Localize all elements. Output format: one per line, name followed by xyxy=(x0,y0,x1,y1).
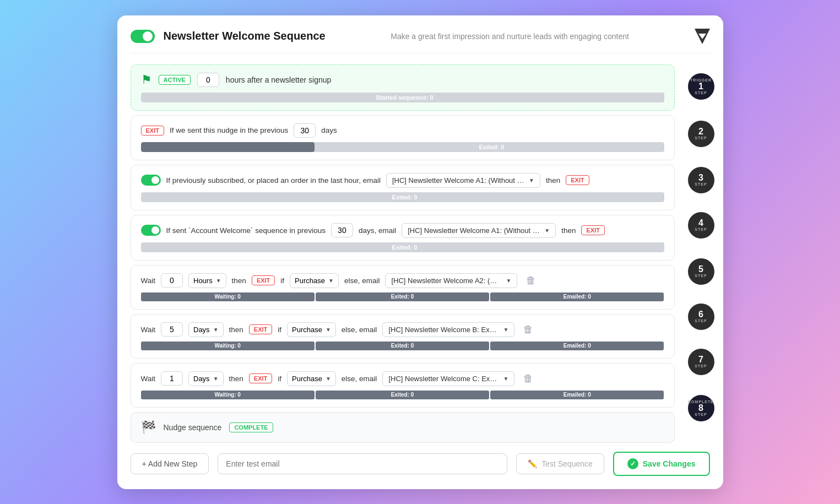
condition-b-toggle[interactable] xyxy=(141,225,161,236)
step-bubble-6[interactable]: 6 STEP xyxy=(688,304,714,330)
condition-a-progress: Exited: 0 xyxy=(141,192,664,202)
wait-1-unit-select[interactable]: Hours ▼ xyxy=(188,273,226,288)
trigger-hours-input[interactable] xyxy=(197,73,219,87)
wait-1-exited-bar: Exited: 0 xyxy=(316,292,489,301)
wait-3-condition-select[interactable]: Purchase ▼ xyxy=(287,371,336,386)
wait-3-condition-label: Purchase xyxy=(292,375,322,383)
wait-1-condition-select[interactable]: Purchase ▼ xyxy=(290,273,339,288)
condition-a-email-select[interactable]: [HC] Newsletter Welcome A1: (Without cou… xyxy=(386,173,540,188)
step-bubble-4[interactable]: 4 STEP xyxy=(688,212,714,239)
wait-2-emailed-label: Emailed: 0 xyxy=(563,343,591,349)
wait-3-then: then xyxy=(229,375,243,383)
save-label: Save Changes xyxy=(643,459,696,468)
wait-2-if: if xyxy=(278,326,281,334)
add-step-button[interactable]: + Add New Step xyxy=(131,453,209,474)
condition-b-then: then xyxy=(561,226,576,235)
condition-b-days-suffix: days, email xyxy=(359,226,396,235)
condition-a-progress-label: Exited: 0 xyxy=(141,194,664,200)
save-changes-button[interactable]: ✓ Save Changes xyxy=(613,452,710,476)
test-sequence-button[interactable]: ✏️ Test Sequence xyxy=(516,453,604,474)
step-bubble-1[interactable]: TRIGGER 1 STEP xyxy=(688,73,714,100)
wait-1-if: if xyxy=(280,277,284,285)
wait-2-exit: EXIT xyxy=(249,324,272,334)
step-bubble-3[interactable]: 3 STEP xyxy=(688,167,714,193)
pencil-icon: ✏️ xyxy=(528,459,537,468)
header: Newsletter Welcome Sequence Make a great… xyxy=(131,29,710,53)
condition-b-text: If sent `Account Welcome` sequence in pr… xyxy=(166,226,326,235)
wait-3-waiting-bar: Waiting: 0 xyxy=(141,391,315,399)
wait-3-delete-button[interactable]: 🗑 xyxy=(520,372,536,386)
wait-2-unit-select[interactable]: Days ▼ xyxy=(188,322,224,337)
wait-1-value-input[interactable] xyxy=(161,273,183,288)
step-bubble-7[interactable]: 7 STEP xyxy=(688,349,714,375)
wait-2-delete-button[interactable]: 🗑 xyxy=(520,323,536,337)
wait-3-waiting-label: Waiting: 0 xyxy=(214,392,240,398)
wait-2-unit-arrow: ▼ xyxy=(213,327,219,333)
wait-2-condition-select[interactable]: Purchase ▼ xyxy=(287,322,336,337)
wait-2-email-arrow: ▼ xyxy=(503,327,508,333)
wait-3-email-select[interactable]: [HC] Newsletter Welcome C: Expiring toda… xyxy=(382,371,514,386)
wait-2-unit-label: Days xyxy=(193,326,210,334)
exit-days-input[interactable] xyxy=(294,123,316,138)
wait-2-email-select[interactable]: [HC] Newsletter Welcome B: Expiring soon… xyxy=(382,322,514,337)
main-toggle[interactable] xyxy=(131,30,155,43)
condition-b-email-select[interactable]: [HC] Newsletter Welcome A1: (Without cou… xyxy=(402,223,556,238)
trigger-progress-label: Started sequence: 0 xyxy=(141,94,664,101)
wait-3-exit: EXIT xyxy=(249,373,272,383)
wait-2-exited-label: Exited: 0 xyxy=(391,343,414,349)
step-bubble-8[interactable]: COMPLETE 8 STEP xyxy=(688,395,714,421)
wait-3-else: else, email xyxy=(342,375,377,383)
wait-1-label: Wait xyxy=(141,277,156,285)
wait-1-delete-button[interactable]: 🗑 xyxy=(523,274,539,288)
wait-3-unit-select[interactable]: Days ▼ xyxy=(188,371,224,386)
condition-a-then: then xyxy=(546,176,560,185)
wait-1-exit: EXIT xyxy=(252,275,275,285)
condition-b-block: If sent `Account Welcome` sequence in pr… xyxy=(131,215,675,261)
collapse-button[interactable] xyxy=(695,29,710,44)
wait-3-condition-arrow: ▼ xyxy=(326,376,331,382)
sequence-area: ⚑ ACTIVE hours after a newsletter signup… xyxy=(131,64,710,443)
wait-1-waiting-label: Waiting: 0 xyxy=(214,294,240,300)
condition-a-dropdown-arrow: ▼ xyxy=(529,177,534,183)
wait-step-1: Wait Hours ▼ then EXIT if Purchase ▼ els… xyxy=(131,265,675,310)
test-email-input[interactable] xyxy=(218,453,507,474)
main-container: Newsletter Welcome Sequence Make a great… xyxy=(117,15,723,489)
wait-3-if: if xyxy=(278,375,281,383)
wait-2-value-input[interactable] xyxy=(161,322,183,337)
condition-a-toggle[interactable] xyxy=(141,175,161,186)
condition-a-block: If previously subscribed, or placed an o… xyxy=(131,165,675,210)
condition-b-email-name: [HC] Newsletter Welcome A1: (Without cou… xyxy=(408,226,540,235)
wait-2-waiting-bar: Waiting: 0 xyxy=(141,342,315,350)
flag-icon: ⚑ xyxy=(141,73,152,87)
wait-1-then: then xyxy=(232,277,246,285)
wait-1-exited-label: Exited: 0 xyxy=(391,294,414,300)
condition-b-days-input[interactable] xyxy=(331,223,353,237)
step-bubble-2[interactable]: 2 STEP xyxy=(688,121,714,147)
wait-2-else: else, email xyxy=(342,326,377,334)
wait-2-waiting-label: Waiting: 0 xyxy=(214,343,240,349)
wait-1-emailed-label: Emailed: 0 xyxy=(563,294,591,300)
wait-3-emailed-bar: Emailed: 0 xyxy=(490,391,664,399)
wait-1-else: else, email xyxy=(344,277,380,285)
wait-1-unit-label: Hours xyxy=(193,277,213,285)
wait-1-email-select[interactable]: [HC] Newsletter Welcome A2: (With coupon… xyxy=(385,273,517,288)
wait-1-unit-arrow: ▼ xyxy=(216,278,221,284)
condition-a-email-name: [HC] Newsletter Welcome A1: (Without cou… xyxy=(392,176,524,185)
wait-2-condition-arrow: ▼ xyxy=(326,327,331,333)
footer: + Add New Step ✏️ Test Sequence ✓ Save C… xyxy=(131,452,710,476)
wait-2-condition-label: Purchase xyxy=(292,326,322,334)
trigger-hours-label: hours after a newsletter signup xyxy=(226,75,331,84)
wait-1-email-name: [HC] Newsletter Welcome A2: (With coupon… xyxy=(391,277,501,285)
wait-3-value-input[interactable] xyxy=(161,371,183,386)
wait-3-email-name: [HC] Newsletter Welcome C: Expiring toda… xyxy=(388,375,498,383)
condition-a-exit: EXIT xyxy=(566,175,589,185)
exit-condition-block: EXIT If we sent this nudge in the previo… xyxy=(131,115,675,160)
test-seq-label: Test Sequence xyxy=(541,459,593,468)
active-badge: ACTIVE xyxy=(159,75,191,85)
condition-b-progress: Exited: 0 xyxy=(141,242,664,252)
header-title: Newsletter Welcome Sequence xyxy=(164,30,326,42)
wait-2-exited-bar: Exited: 0 xyxy=(316,342,489,350)
wait-3-unit-arrow: ▼ xyxy=(213,376,219,382)
step-bubble-5[interactable]: 5 STEP xyxy=(688,258,714,285)
condition-a-text: If previously subscribed, or placed an o… xyxy=(166,176,381,185)
